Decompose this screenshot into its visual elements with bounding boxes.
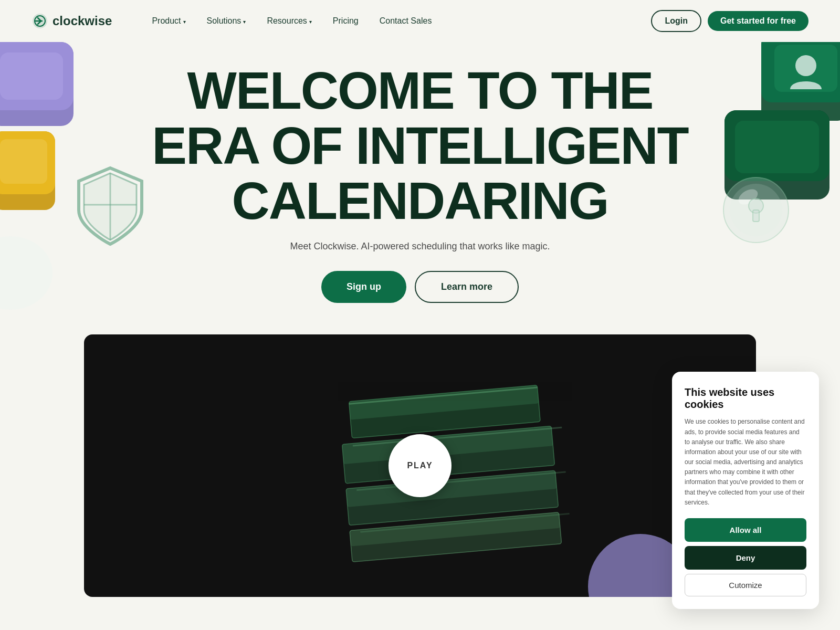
allow-all-button[interactable]: Allow all (685, 518, 806, 542)
hero-section: WELCOME TO THE ERA OF INTELLIGENT CALEND… (0, 42, 840, 334)
customize-button[interactable]: Cutomize (685, 574, 806, 596)
navigation: clockwise Product ▾ Solutions ▾ Resource… (0, 0, 840, 42)
brand-name: clockwise (52, 14, 112, 28)
hero-subtitle: Meet Clockwise. AI-powered scheduling th… (10, 241, 830, 252)
logo-icon (32, 13, 48, 29)
nav-product[interactable]: Product ▾ (143, 12, 194, 30)
nav-pricing[interactable]: Pricing (324, 12, 367, 30)
play-button[interactable]: PLAY (388, 434, 452, 497)
nav-contact-sales[interactable]: Contact Sales (371, 12, 440, 30)
hero-buttons: Sign up Learn more (10, 271, 830, 303)
signup-button[interactable]: Sign up (321, 271, 406, 303)
get-started-button[interactable]: Get started for free (708, 11, 808, 31)
learn-more-button[interactable]: Learn more (415, 271, 519, 303)
nav-solutions[interactable]: Solutions ▾ (198, 12, 255, 30)
video-section: PLAY (84, 334, 756, 597)
nav-links: Product ▾ Solutions ▾ Resources ▾ Pricin… (143, 12, 651, 30)
nav-resources[interactable]: Resources ▾ (258, 12, 320, 30)
chevron-down-icon: ▾ (183, 19, 186, 25)
chevron-down-icon: ▾ (309, 19, 312, 25)
nav-actions: Login Get started for free (651, 10, 808, 32)
logo[interactable]: clockwise (32, 13, 112, 29)
deny-button[interactable]: Deny (685, 546, 806, 570)
cookie-banner: This website uses cookies We use cookies… (672, 372, 819, 609)
cookie-title: This website uses cookies (685, 386, 806, 411)
chevron-down-icon: ▾ (243, 19, 246, 25)
hero-title: WELCOME TO THE ERA OF INTELLIGENT CALEND… (10, 63, 830, 228)
cookie-description: We use cookies to personalise content an… (685, 417, 806, 508)
login-button[interactable]: Login (651, 10, 701, 32)
